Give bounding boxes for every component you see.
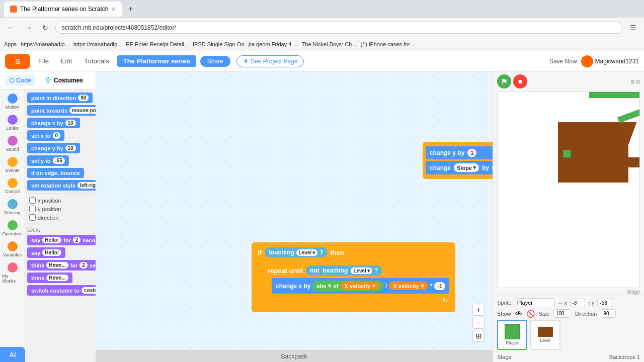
size-label: Size xyxy=(539,311,549,317)
bookmark-4[interactable]: IPSD Single Sign-On xyxy=(193,41,245,47)
zoom-fit-button[interactable]: ⊞ xyxy=(472,330,485,342)
project-name-input[interactable]: The Platformer series xyxy=(117,55,196,67)
bookmark-2[interactable]: https://manabadip... xyxy=(73,41,122,47)
block-point-direction[interactable]: point in direction 90 xyxy=(27,93,93,103)
new-tab-button[interactable]: + xyxy=(124,2,138,16)
refresh-button[interactable]: ↻ xyxy=(38,21,52,35)
category-control[interactable]: Control xyxy=(2,176,24,196)
x-value-input[interactable] xyxy=(570,299,585,307)
looks-section-label: Looks xyxy=(27,226,94,234)
block-think[interactable]: think Hmm... xyxy=(27,273,72,283)
stop-button[interactable]: ■ xyxy=(513,74,527,88)
if-block-container: if touching Level ▾ ? then xyxy=(252,242,455,312)
scratch-logo[interactable]: S xyxy=(5,54,30,69)
zoom-out-button[interactable]: − xyxy=(472,317,485,329)
repeat-until-header: repeat until not touching Level ▾ ? xyxy=(266,264,449,277)
stage-canvas xyxy=(498,92,639,288)
repeat-until-block[interactable]: repeat until not touching Level ▾ ? xyxy=(263,261,452,308)
block-set-x[interactable]: set x to 0 xyxy=(27,130,64,141)
show-eye-open[interactable]: 👁 xyxy=(515,310,522,318)
zoom-in-button[interactable]: + xyxy=(472,304,485,316)
script-background xyxy=(96,71,493,362)
block-point-towards[interactable]: point towards mouse-pointer ▾ xyxy=(27,105,96,116)
green-slope xyxy=(617,104,640,123)
category-variables[interactable]: Variables xyxy=(2,239,24,259)
file-menu[interactable]: File xyxy=(34,55,53,67)
change-y-block[interactable]: change y by 1 xyxy=(426,146,493,159)
tab-code[interactable]: ⬡ Code xyxy=(5,75,35,86)
see-project-button[interactable]: 👁 See Project Page xyxy=(236,55,304,67)
tab-favicon xyxy=(10,6,17,13)
sprite-name-input[interactable] xyxy=(515,298,555,307)
checkbox-direction[interactable]: direction xyxy=(27,213,94,222)
category-events[interactable]: Events xyxy=(2,155,24,175)
change-x-by-block[interactable]: change x by abs ▾ of X velocity ▾ / xyxy=(272,278,449,294)
bookmark-3[interactable]: EE Enter Receipt Detail... xyxy=(126,41,189,47)
direction-label: Direction xyxy=(575,311,597,317)
checkbox-x-position[interactable]: x position xyxy=(27,196,94,205)
right-panel: ⚑ ■ ⊞ ⊟ xyxy=(493,71,644,362)
touching-condition[interactable]: touching Level ▾ ? xyxy=(265,247,328,257)
block-switch-costume[interactable]: switch costume to costume1 ▾ xyxy=(27,285,96,296)
sprite-thumb-player[interactable]: Player xyxy=(497,320,527,350)
backpack-bar[interactable]: Backpack xyxy=(96,350,493,362)
block-say[interactable]: say Hello! xyxy=(27,247,65,258)
size-input[interactable] xyxy=(553,309,571,318)
category-sensing[interactable]: Sensing xyxy=(2,197,24,217)
browser-window: The Platformer series on Scratch × + ← →… xyxy=(0,0,644,51)
category-motion[interactable]: Motion xyxy=(2,92,24,112)
bookmark-5[interactable]: pa geom Friday 4 ... xyxy=(249,41,298,47)
backdrop-section: Stage Backdrops 1 xyxy=(493,352,644,362)
stage-controls: ⚑ ■ ⊞ ⊟ xyxy=(493,71,644,92)
bookmark-apps[interactable]: Apps xyxy=(4,41,17,47)
block-rotation-style[interactable]: set rotation style left-right ▾ xyxy=(27,180,96,191)
extensions-button[interactable]: ☰ xyxy=(626,21,640,35)
sprite-thumb-level[interactable]: Level xyxy=(530,320,560,350)
tutorials-menu[interactable]: Tutorials xyxy=(80,55,113,67)
show-eye-closed[interactable]: 🚫 xyxy=(526,310,535,318)
edit-menu[interactable]: Edit xyxy=(57,55,76,67)
block-bounce[interactable]: if on edge, bounce xyxy=(27,168,84,178)
bookmark-6[interactable]: The Nickel Boys: Ch... xyxy=(302,41,357,47)
share-button[interactable]: Share xyxy=(200,56,230,67)
save-button[interactable]: Save Now xyxy=(549,58,577,65)
abs-operator[interactable]: abs ▾ of X velocity ▾ xyxy=(312,281,383,291)
scratch-main: ⬡ Code 👕 Costumes 🔊 Sounds xyxy=(0,71,644,362)
block-say-for[interactable]: say Hello! for 2 seconds xyxy=(27,235,96,245)
script-area[interactable]: change y by 1 change Slope ▾ by -1 xyxy=(96,71,493,362)
back-button[interactable]: ← xyxy=(4,21,18,35)
bookmark-7[interactable]: (1) iPhone cases for... xyxy=(360,41,414,47)
category-operators[interactable]: Operators xyxy=(2,218,24,238)
category-sound[interactable]: Sound xyxy=(2,134,24,154)
x-velocity-var2[interactable]: X velocity ▾ xyxy=(389,282,428,290)
category-looks[interactable]: Looks xyxy=(2,113,24,133)
if-block-header: if touching Level ▾ ? then xyxy=(255,245,452,259)
block-change-x[interactable]: change x by 10 xyxy=(27,118,80,128)
platform-bottom xyxy=(558,157,640,167)
active-tab[interactable]: The Platformer series on Scratch × xyxy=(4,2,122,17)
sprite-thumbnails: Player Level xyxy=(497,320,640,350)
address-bar[interactable]: scratch.mit.edu/projects/468051852/edito… xyxy=(55,22,623,34)
backpack-label: Backpack xyxy=(281,353,307,360)
bookmark-1[interactable]: https://manabadip... xyxy=(21,41,69,47)
top-orange-block-group: change y by 1 change Slope ▾ by -1 xyxy=(423,142,493,179)
tab-close-button[interactable]: × xyxy=(111,5,115,13)
x-velocity-var1[interactable]: X velocity ▾ xyxy=(341,282,379,290)
forward-button[interactable]: → xyxy=(21,21,35,35)
player-sprite xyxy=(563,150,571,158)
direction-input[interactable] xyxy=(601,309,616,318)
tab-title: The Platformer series on Scratch xyxy=(20,6,108,13)
checkbox-y-position[interactable]: y position xyxy=(27,205,94,213)
if-block[interactable]: if touching Level ▾ ? then xyxy=(252,242,455,312)
y-value-input[interactable] xyxy=(597,299,612,307)
not-touching-condition[interactable]: not touching Level ▾ ? xyxy=(306,265,382,276)
block-set-y[interactable]: set y to -55 xyxy=(27,155,69,166)
user-menu[interactable]: Magicwand1231 xyxy=(581,55,639,67)
ai-button[interactable]: Ai xyxy=(0,347,25,362)
tab-costumes[interactable]: 👕 Costumes xyxy=(40,75,87,86)
change-slope-block[interactable]: change Slope ▾ by -1 xyxy=(426,161,493,174)
green-flag-button[interactable]: ⚑ xyxy=(497,74,511,88)
category-myblocks[interactable]: My Blocks xyxy=(2,260,24,286)
block-think-for[interactable]: think Hmm... for 2 seconds xyxy=(27,260,96,270)
block-change-y[interactable]: change y by 10 xyxy=(27,143,80,153)
